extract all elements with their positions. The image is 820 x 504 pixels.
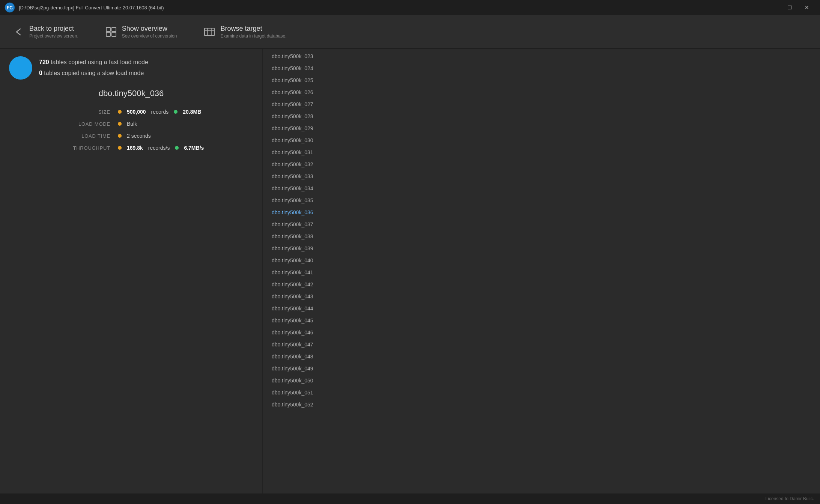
back-arrow-icon: [14, 27, 24, 37]
browse-icon: [204, 27, 215, 37]
titlebar-title: [D:\DB\sql2pg-demo.fcpx] Full Convert Ul…: [19, 5, 164, 11]
statusbar: Licensed to Damir Bulic.: [0, 493, 820, 504]
svg-text:FC: FC: [7, 5, 13, 11]
table-list-item[interactable]: dbo.tiny500k_040: [263, 254, 820, 266]
table-list-item[interactable]: dbo.tiny500k_039: [263, 242, 820, 254]
table-list: dbo.tiny500k_023dbo.tiny500k_024dbo.tiny…: [263, 49, 820, 412]
table-list-item[interactable]: dbo.tiny500k_033: [263, 170, 820, 182]
overview-icon: [105, 27, 117, 37]
table-list-item[interactable]: dbo.tiny500k_023: [263, 50, 820, 62]
fast-load-stat: 720 tables copied using a fast load mode: [39, 57, 148, 68]
svg-rect-4: [106, 32, 110, 36]
throughput-dot1: [118, 146, 122, 150]
load-mode: Bulk: [127, 121, 137, 127]
table-list-item[interactable]: dbo.tiny500k_043: [263, 290, 820, 302]
back-label: Back to project: [29, 25, 78, 33]
table-list-item[interactable]: dbo.tiny500k_028: [263, 110, 820, 122]
stats-row: 720 tables copied using a fast load mode…: [9, 56, 253, 80]
toolbar: Back to project Project overview screen.…: [0, 15, 820, 49]
titlebar-controls: — ☐ ✕: [764, 0, 815, 15]
table-list-item[interactable]: dbo.tiny500k_044: [263, 302, 820, 314]
load-mode-label: LOAD MODE: [47, 121, 114, 127]
browse-sublabel: Examine data in target database.: [220, 33, 286, 39]
table-list-item[interactable]: dbo.tiny500k_026: [263, 86, 820, 98]
right-panel[interactable]: dbo.tiny500k_023dbo.tiny500k_024dbo.tiny…: [263, 49, 820, 504]
app-logo: FC: [5, 2, 15, 13]
svg-rect-2: [106, 27, 110, 32]
maximize-button[interactable]: ☐: [781, 0, 798, 15]
load-mode-value: Bulk: [118, 121, 253, 127]
size-mb: 20.8MB: [183, 109, 201, 115]
main-layout: 720 tables copied using a fast load mode…: [0, 49, 820, 504]
table-list-item[interactable]: dbo.tiny500k_030: [263, 134, 820, 146]
back-to-project-button[interactable]: Back to project Project overview screen.: [8, 21, 84, 42]
load-time-dot: [118, 134, 122, 138]
table-list-item[interactable]: dbo.tiny500k_046: [263, 326, 820, 339]
back-sublabel: Project overview screen.: [29, 33, 78, 39]
table-list-item[interactable]: dbo.tiny500k_050: [263, 375, 820, 387]
close-button[interactable]: ✕: [798, 0, 815, 15]
table-list-item[interactable]: dbo.tiny500k_035: [263, 194, 820, 206]
slow-count: 0: [39, 70, 42, 76]
svg-rect-6: [205, 28, 214, 36]
load-time-label: LOAD TIME: [47, 133, 114, 139]
statusbar-text: Licensed to Damir Bulic.: [766, 496, 814, 501]
overview-label: Show overview: [122, 25, 177, 33]
size-dot: [118, 110, 122, 114]
browse-text: Browse target Examine data in target dat…: [220, 25, 286, 39]
table-list-item[interactable]: dbo.tiny500k_048: [263, 351, 820, 363]
throughput-records-unit: records/s: [148, 145, 170, 151]
table-list-item[interactable]: dbo.tiny500k_052: [263, 399, 820, 411]
svg-rect-5: [112, 32, 116, 36]
size-records-unit: records: [151, 109, 169, 115]
overview-text: Show overview See overview of conversion: [122, 25, 177, 39]
svg-rect-3: [112, 27, 116, 32]
slow-load-stat: 0 tables copied using a slow load mode: [39, 68, 148, 79]
table-list-item[interactable]: dbo.tiny500k_029: [263, 122, 820, 134]
slow-label: tables copied using a slow load mode: [44, 70, 144, 76]
table-list-item[interactable]: dbo.tiny500k_049: [263, 363, 820, 375]
titlebar-left: FC [D:\DB\sql2pg-demo.fcpx] Full Convert…: [5, 2, 164, 13]
table-list-item[interactable]: dbo.tiny500k_038: [263, 230, 820, 242]
size-records: 500,000: [127, 109, 146, 115]
table-list-item[interactable]: dbo.tiny500k_042: [263, 278, 820, 290]
table-list-item[interactable]: dbo.tiny500k_037: [263, 218, 820, 230]
size-label: SIZE: [47, 109, 114, 115]
detail-grid: SIZE 500,000 records 20.8MB LOAD MODE Bu…: [47, 109, 253, 151]
throughput-records: 169.8k: [127, 145, 143, 151]
table-list-item[interactable]: dbo.tiny500k_025: [263, 74, 820, 86]
throughput-value: 169.8k records/s 6.7MB/s: [118, 145, 253, 151]
minimize-button[interactable]: —: [764, 0, 781, 15]
progress-indicator: [9, 56, 32, 80]
show-overview-button[interactable]: Show overview See overview of conversion: [99, 21, 183, 42]
browse-label: Browse target: [220, 25, 286, 33]
titlebar: FC [D:\DB\sql2pg-demo.fcpx] Full Convert…: [0, 0, 820, 15]
table-list-item[interactable]: dbo.tiny500k_031: [263, 146, 820, 158]
table-list-item[interactable]: dbo.tiny500k_024: [263, 62, 820, 74]
table-list-item[interactable]: dbo.tiny500k_045: [263, 314, 820, 326]
throughput-dot2: [175, 146, 179, 150]
table-list-item[interactable]: dbo.tiny500k_032: [263, 158, 820, 170]
load-time-value: 2 seconds: [118, 133, 253, 139]
throughput-mb: 6.7MB/s: [184, 145, 204, 151]
table-detail: dbo.tiny500k_036 SIZE 500,000 records 20…: [9, 89, 253, 151]
fast-label: tables copied using a fast load mode: [51, 59, 148, 65]
back-to-project-text: Back to project Project overview screen.: [29, 25, 78, 39]
overview-sublabel: See overview of conversion: [122, 33, 177, 39]
size-dot2: [174, 110, 178, 114]
table-list-item[interactable]: dbo.tiny500k_034: [263, 182, 820, 194]
throughput-label: THROUGHPUT: [47, 145, 114, 151]
table-list-item[interactable]: dbo.tiny500k_036: [263, 206, 820, 218]
stats-text: 720 tables copied using a fast load mode…: [39, 57, 148, 79]
table-list-item[interactable]: dbo.tiny500k_051: [263, 387, 820, 399]
table-list-item[interactable]: dbo.tiny500k_047: [263, 339, 820, 351]
load-mode-dot: [118, 122, 122, 126]
table-list-item[interactable]: dbo.tiny500k_027: [263, 98, 820, 110]
load-time: 2 seconds: [127, 133, 151, 139]
selected-table-name: dbo.tiny500k_036: [9, 89, 253, 98]
browse-target-button[interactable]: Browse target Examine data in target dat…: [198, 21, 292, 42]
left-panel: 720 tables copied using a fast load mode…: [0, 49, 263, 504]
table-list-item[interactable]: dbo.tiny500k_041: [263, 266, 820, 278]
size-value: 500,000 records 20.8MB: [118, 109, 253, 115]
fast-count: 720: [39, 59, 49, 65]
